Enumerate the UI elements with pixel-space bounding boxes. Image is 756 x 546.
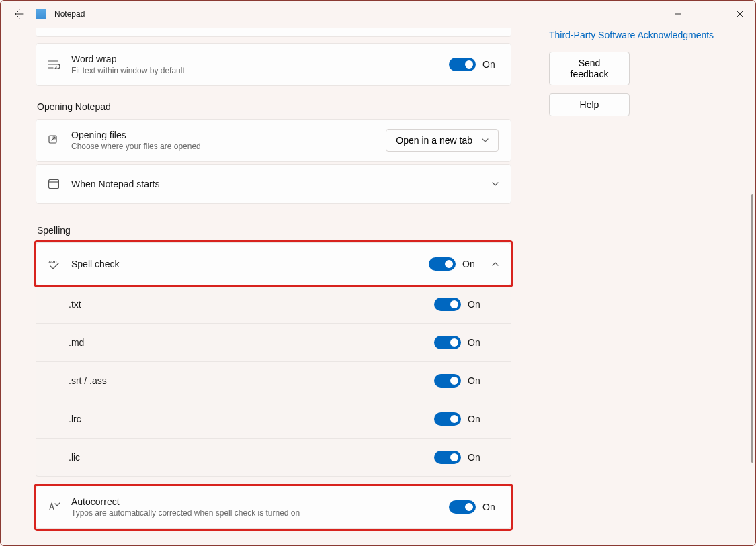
spell-check-highlighted: ABC Spell check On: [36, 242, 511, 285]
side-column: Third-Party Software Acknowledgments Sen…: [511, 28, 714, 545]
main-settings-column: Word wrap Fit text within window by defa…: [36, 28, 511, 545]
chevron-down-icon: [482, 138, 489, 142]
chevron-up-icon: [492, 262, 499, 266]
ext-label: .txt: [69, 299, 434, 310]
svg-rect-2: [49, 180, 59, 189]
window-icon: [48, 179, 60, 189]
close-button[interactable]: [724, 3, 755, 25]
spell-check-toggle[interactable]: [429, 257, 456, 271]
opening-files-title: Opening files: [71, 130, 386, 140]
opening-files-sub: Choose where your files are opened: [71, 142, 386, 151]
ext-label: .srt / .ass: [69, 375, 434, 386]
opening-files-row[interactable]: Opening files Choose where your files ar…: [36, 119, 511, 162]
ext-state: On: [468, 452, 499, 463]
ext-toggle[interactable]: [434, 374, 461, 388]
scrollbar[interactable]: [751, 60, 754, 543]
ext-state: On: [468, 337, 499, 348]
autocorrect-highlighted: Autocorrect Typos are automatically corr…: [36, 486, 511, 529]
spell-check-title: Spell check: [71, 259, 429, 269]
when-notepad-starts-title: When Notepad starts: [71, 179, 478, 189]
when-notepad-starts-row[interactable]: When Notepad starts: [36, 164, 511, 204]
back-arrow-icon: [13, 9, 24, 19]
app-title: Notepad: [54, 9, 85, 19]
maximize-button[interactable]: [694, 3, 724, 25]
autocorrect-title: Autocorrect: [71, 496, 449, 507]
ext-row-lic[interactable]: .lic On: [36, 439, 511, 477]
ext-label: .lrc: [69, 414, 434, 424]
ext-toggle[interactable]: [434, 451, 461, 464]
opening-section-header: Opening Notepad: [36, 88, 511, 119]
ext-toggle[interactable]: [434, 298, 461, 311]
partial-card-top: [36, 28, 511, 37]
titlebar: Notepad: [1, 1, 755, 28]
spell-check-state: On: [462, 259, 478, 269]
window-controls: [663, 3, 755, 25]
help-button[interactable]: Help: [549, 93, 630, 116]
opening-files-dropdown[interactable]: Open in a new tab: [386, 129, 499, 152]
word-wrap-toggle[interactable]: [449, 58, 476, 71]
spelling-section-header: Spelling: [36, 206, 511, 242]
ext-row-md[interactable]: .md On: [36, 324, 511, 362]
ext-row-srt-ass[interactable]: .srt / .ass On: [36, 362, 511, 400]
autocorrect-state: On: [482, 502, 499, 512]
autocorrect-toggle[interactable]: [449, 500, 476, 514]
spell-check-row[interactable]: ABC Spell check On: [36, 242, 511, 285]
autocorrect-icon: [48, 502, 60, 512]
send-feedback-button[interactable]: Send feedback: [549, 52, 630, 85]
opening-files-dropdown-label: Open in a new tab: [396, 135, 472, 146]
ext-state: On: [468, 375, 499, 386]
ext-label: .md: [69, 337, 434, 348]
ext-row-lrc[interactable]: .lrc On: [36, 400, 511, 439]
chevron-down-icon: [492, 182, 499, 186]
svg-text:ABC: ABC: [48, 260, 58, 264]
ext-toggle[interactable]: [434, 336, 461, 349]
ext-row-txt[interactable]: .txt On: [36, 285, 511, 324]
third-party-ack-link[interactable]: Third-Party Software Acknowledgments: [549, 30, 714, 40]
ext-state: On: [468, 299, 499, 310]
word-wrap-icon: [48, 60, 60, 69]
autocorrect-sub: Typos are automatically corrected when s…: [71, 508, 449, 518]
word-wrap-row[interactable]: Word wrap Fit text within window by defa…: [36, 43, 511, 86]
maximize-icon: [706, 11, 712, 17]
back-button[interactable]: [11, 7, 25, 21]
ext-toggle[interactable]: [434, 412, 461, 426]
ext-state: On: [468, 414, 499, 424]
svg-rect-0: [706, 11, 712, 17]
minimize-button[interactable]: [663, 3, 694, 25]
notepad-app-icon: [36, 9, 46, 19]
word-wrap-state: On: [482, 59, 499, 70]
scrollbar-thumb[interactable]: [751, 194, 753, 463]
open-file-icon: [48, 135, 60, 146]
word-wrap-title: Word wrap: [71, 54, 449, 64]
spell-check-icon: ABC: [48, 259, 60, 269]
spell-check-extensions: .txt On .md On .srt / .ass On .lrc On .l…: [36, 285, 511, 477]
ext-label: .lic: [69, 452, 434, 463]
minimize-icon: [675, 11, 681, 17]
autocorrect-row[interactable]: Autocorrect Typos are automatically corr…: [36, 486, 511, 529]
word-wrap-sub: Fit text within window by default: [71, 66, 449, 75]
close-icon: [737, 11, 743, 17]
